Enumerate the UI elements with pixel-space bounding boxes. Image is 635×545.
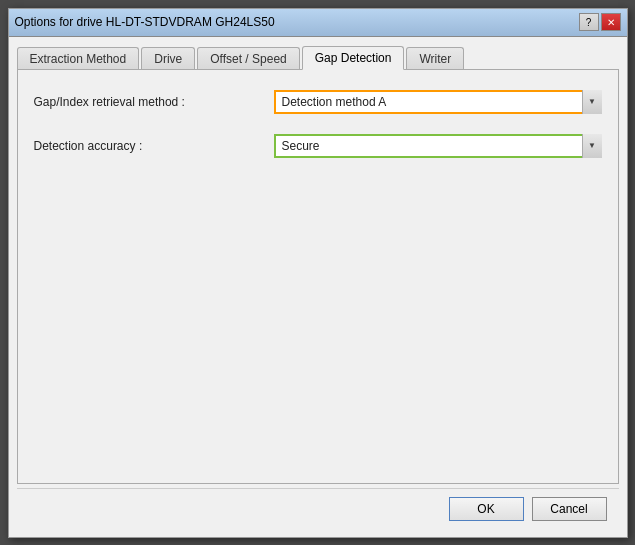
- tab-writer[interactable]: Writer: [406, 47, 464, 70]
- retrieval-select-container: Detection method A Detection method B De…: [274, 90, 602, 114]
- accuracy-label: Detection accuracy :: [34, 139, 274, 153]
- tab-drive[interactable]: Drive: [141, 47, 195, 70]
- tab-offset-speed[interactable]: Offset / Speed: [197, 47, 300, 70]
- title-bar-buttons: ? ✕: [579, 13, 621, 31]
- tab-bar: Extraction Method Drive Offset / Speed G…: [17, 45, 619, 69]
- help-button[interactable]: ?: [579, 13, 599, 31]
- retrieval-select-wrapper: Detection method A Detection method B De…: [274, 90, 602, 114]
- main-window: Options for drive HL-DT-STDVDRAM GH24LS5…: [8, 8, 628, 538]
- retrieval-method-select[interactable]: Detection method A Detection method B De…: [274, 90, 602, 114]
- accuracy-select[interactable]: Secure Normal Fast: [274, 134, 602, 158]
- retrieval-label: Gap/Index retrieval method :: [34, 95, 274, 109]
- accuracy-select-wrapper: Secure Normal Fast: [274, 134, 602, 158]
- form-row-accuracy: Detection accuracy : Secure Normal Fast: [34, 134, 602, 158]
- cancel-button[interactable]: Cancel: [532, 497, 607, 521]
- window-title: Options for drive HL-DT-STDVDRAM GH24LS5…: [15, 15, 275, 29]
- footer: OK Cancel: [17, 488, 619, 529]
- close-button[interactable]: ✕: [601, 13, 621, 31]
- form-row-retrieval: Gap/Index retrieval method : Detection m…: [34, 90, 602, 114]
- tab-panel-gap-detection: Gap/Index retrieval method : Detection m…: [17, 69, 619, 484]
- accuracy-select-container: Secure Normal Fast: [274, 134, 602, 158]
- title-bar: Options for drive HL-DT-STDVDRAM GH24LS5…: [9, 9, 627, 37]
- ok-button[interactable]: OK: [449, 497, 524, 521]
- window-content: Extraction Method Drive Offset / Speed G…: [9, 37, 627, 537]
- tab-extraction-method[interactable]: Extraction Method: [17, 47, 140, 70]
- tab-gap-detection[interactable]: Gap Detection: [302, 46, 405, 70]
